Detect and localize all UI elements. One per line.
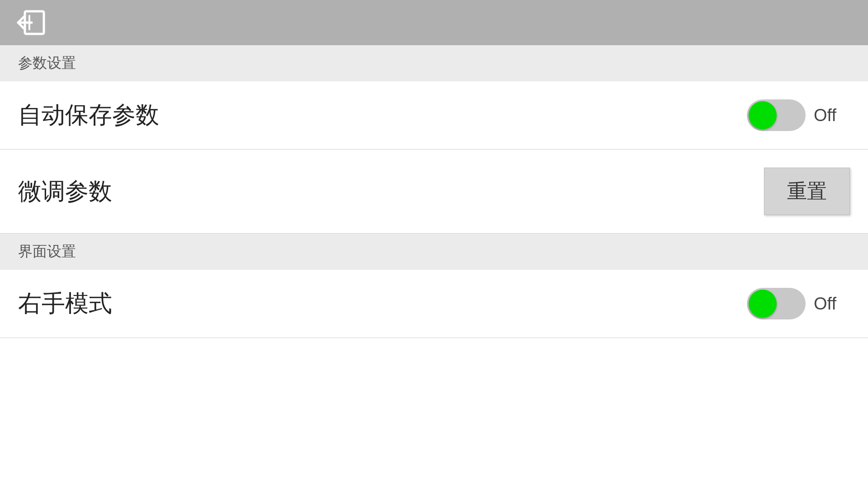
ui-section-label: 界面设置 <box>18 243 76 259</box>
fine-tune-label: 微调参数 <box>18 176 112 207</box>
params-section-label: 参数设置 <box>18 55 76 71</box>
auto-save-toggle-state: Off <box>814 106 850 125</box>
back-icon <box>16 9 47 36</box>
auto-save-control[interactable]: Off <box>747 99 850 131</box>
right-hand-row: 右手模式 Off <box>0 270 868 338</box>
right-hand-control[interactable]: Off <box>747 288 850 319</box>
right-hand-toggle-state: Off <box>814 294 850 314</box>
auto-save-label: 自动保存参数 <box>18 99 159 131</box>
back-button[interactable] <box>14 7 50 38</box>
reset-button[interactable]: 重置 <box>764 168 850 215</box>
fine-tune-row: 微调参数 重置 <box>0 150 868 234</box>
app-header <box>0 0 868 45</box>
right-hand-label: 右手模式 <box>18 288 112 319</box>
right-hand-toggle[interactable] <box>747 288 806 319</box>
right-hand-toggle-knob <box>749 290 777 318</box>
auto-save-toggle-knob <box>749 101 777 129</box>
auto-save-toggle[interactable] <box>747 99 806 131</box>
ui-section-header: 界面设置 <box>0 234 868 270</box>
params-section-header: 参数设置 <box>0 45 868 81</box>
auto-save-row: 自动保存参数 Off <box>0 81 868 150</box>
